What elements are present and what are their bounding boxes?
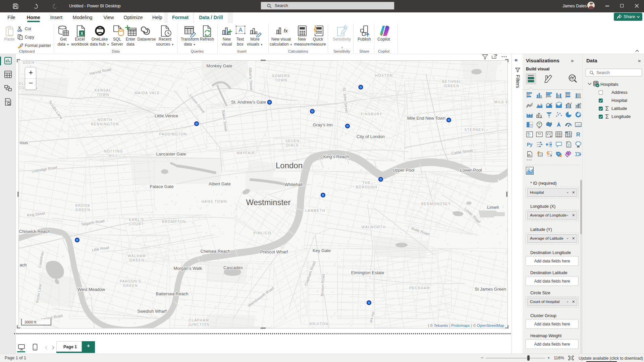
svg-text:X: X [80,31,83,36]
svg-text:R: R [576,131,580,138]
svg-text:Py: Py [527,142,532,147]
svg-text:123: 123 [538,154,542,156]
svg-text:A: A [239,27,243,33]
svg-text:fx: fx [284,28,288,34]
svg-text:123: 123 [576,123,581,126]
svg-text:DAX: DAX [6,100,10,103]
